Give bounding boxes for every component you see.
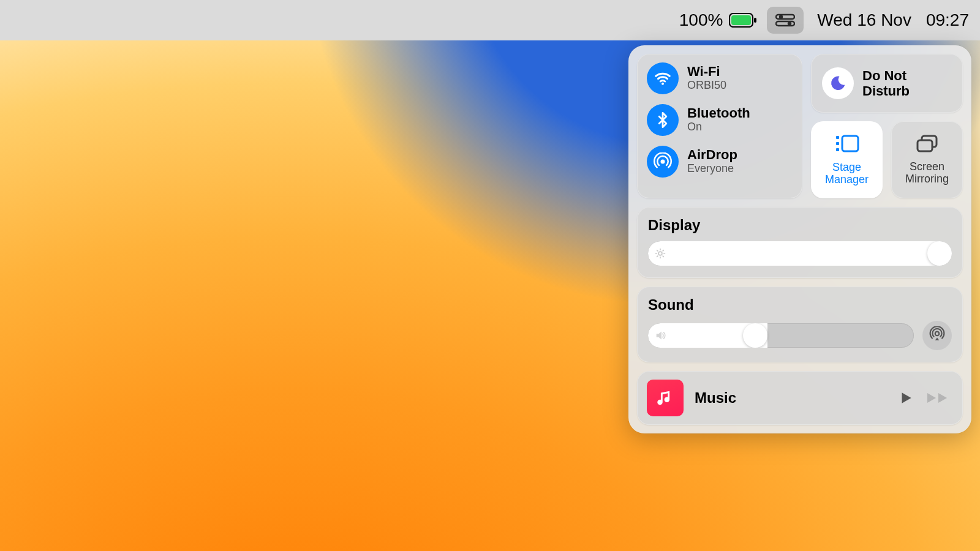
- menu-bar: 100% Wed 16 Nov 09:27: [0, 0, 980, 40]
- stage-manager-icon: [834, 133, 861, 157]
- now-playing-tile[interactable]: Music: [637, 371, 963, 425]
- airplay-icon: [929, 326, 945, 345]
- play-button[interactable]: [898, 390, 914, 406]
- next-track-button[interactable]: [926, 391, 949, 405]
- screen-mirroring-icon: [915, 134, 940, 156]
- stage-manager-toggle[interactable]: Stage Manager: [811, 121, 883, 198]
- svg-rect-1: [731, 15, 751, 25]
- menubar-date[interactable]: Wed 16 Nov: [817, 10, 911, 30]
- volume-slider[interactable]: [648, 323, 914, 348]
- svg-point-24: [935, 332, 940, 336]
- svg-line-22: [657, 256, 658, 257]
- airdrop-toggle[interactable]: AirDrop Everyone: [647, 146, 793, 178]
- svg-rect-2: [754, 18, 756, 23]
- sound-heading: Sound: [648, 296, 952, 313]
- music-app-icon: [647, 380, 684, 416]
- svg-line-20: [657, 250, 658, 251]
- wifi-network-name: ORBI50: [687, 79, 726, 92]
- svg-rect-12: [842, 136, 858, 151]
- moon-icon: [822, 67, 854, 99]
- do-not-disturb-toggle[interactable]: Do Not Disturb: [811, 54, 963, 113]
- volume-icon: [654, 329, 668, 342]
- screen-mirroring-button[interactable]: Screen Mirroring: [891, 121, 963, 198]
- svg-point-7: [662, 83, 664, 85]
- svg-point-4: [779, 15, 783, 18]
- bluetooth-status: On: [687, 121, 750, 134]
- svg-line-21: [663, 256, 663, 257]
- brightness-slider[interactable]: [648, 241, 952, 266]
- wifi-toggle[interactable]: Wi-Fi ORBI50: [647, 62, 793, 94]
- svg-point-15: [658, 252, 662, 255]
- svg-point-6: [788, 21, 791, 25]
- svg-rect-3: [776, 15, 794, 19]
- svg-rect-10: [836, 142, 839, 145]
- battery-percentage: 100%: [679, 10, 723, 30]
- svg-rect-14: [918, 140, 932, 151]
- svg-rect-9: [836, 136, 839, 139]
- battery-icon: [729, 13, 757, 28]
- wifi-icon: [647, 62, 679, 94]
- svg-rect-11: [836, 148, 839, 151]
- display-heading: Display: [648, 217, 952, 234]
- svg-rect-5: [776, 21, 794, 26]
- sound-tile: Sound: [637, 287, 963, 362]
- bluetooth-icon: [647, 104, 679, 136]
- airplay-audio-button[interactable]: [922, 321, 952, 350]
- control-center-button[interactable]: [767, 7, 804, 34]
- control-center-panel: Wi-Fi ORBI50 Bluetooth On: [628, 45, 971, 433]
- airdrop-status: Everyone: [687, 162, 737, 176]
- airdrop-icon: [647, 146, 679, 178]
- svg-point-8: [661, 160, 665, 164]
- bluetooth-label: Bluetooth: [687, 106, 750, 121]
- display-tile: Display: [637, 207, 963, 278]
- screen-mirroring-label: Screen Mirroring: [891, 161, 963, 186]
- bluetooth-toggle[interactable]: Bluetooth On: [647, 104, 793, 136]
- svg-line-23: [663, 250, 663, 251]
- dnd-label: Do Not Disturb: [862, 68, 952, 99]
- wifi-label: Wi-Fi: [687, 64, 726, 79]
- airdrop-label: AirDrop: [687, 148, 737, 162]
- connectivity-tile: Wi-Fi ORBI50 Bluetooth On: [637, 54, 802, 198]
- menubar-time[interactable]: 09:27: [926, 10, 969, 30]
- music-track-title: Music: [695, 389, 887, 407]
- brightness-low-icon: [654, 247, 666, 260]
- stage-manager-label: Stage Manager: [811, 162, 883, 186]
